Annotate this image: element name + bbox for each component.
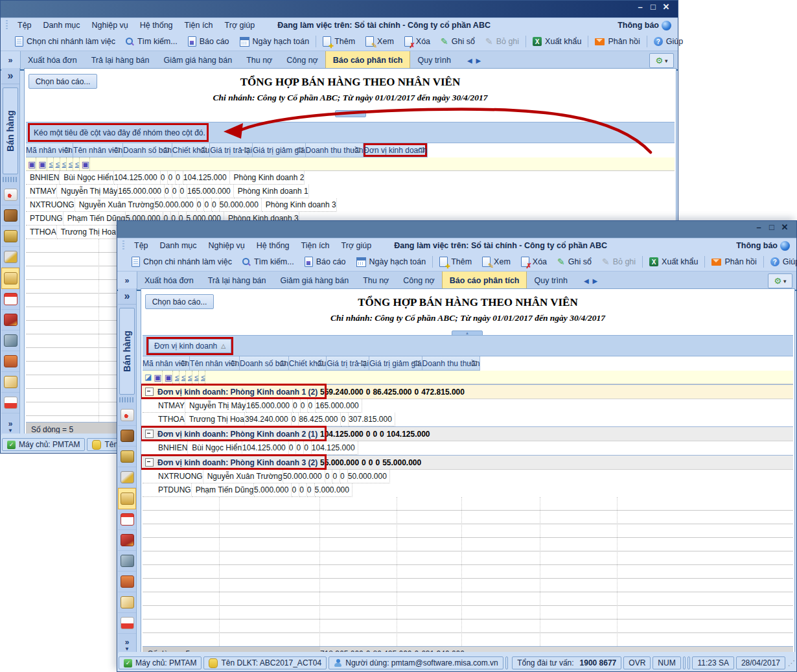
lte-operator-icon[interactable]: ≤ [49, 160, 53, 168]
pin-icon[interactable] [244, 148, 249, 152]
menu-nghiep-vu[interactable]: Nghiệp vụ [86, 19, 134, 31]
tab-cong-no[interactable]: Công nợ [279, 51, 325, 69]
menu-tro-giup[interactable]: Trợ giúp [336, 240, 378, 251]
tab-cong-no[interactable]: Công nợ [396, 272, 442, 290]
filter-cell[interactable]: ▣ [80, 157, 90, 170]
feedback-button[interactable]: Phản hồi [590, 37, 645, 46]
pin-icon[interactable] [297, 148, 303, 152]
pin-icon[interactable] [419, 148, 424, 152]
filter-cell[interactable]: ≤ [173, 371, 179, 384]
pin-icon[interactable] [181, 361, 187, 365]
table-row[interactable]: NTMAYNguyễn Thị Mây165.000.000000165.000… [143, 399, 793, 413]
resize-grip-icon[interactable]: ⋰ [788, 659, 795, 667]
pin-icon[interactable] [361, 361, 366, 365]
table-row[interactable]: NXTRUONGNguyễn Xuân Trường50.000.0000005… [26, 198, 675, 212]
pin-icon[interactable] [472, 361, 477, 365]
inventory-icon[interactable] [118, 530, 136, 551]
purchasing-icon[interactable] [118, 467, 136, 488]
lte-operator-icon[interactable]: ≤ [56, 160, 60, 168]
pin-icon[interactable] [202, 148, 207, 152]
calendar-report-icon[interactable] [1, 185, 19, 205]
collapse-group-icon[interactable] [145, 388, 154, 396]
checkbox-filter-icon[interactable]: ▣ [154, 373, 161, 382]
tab-tra-lai-hang-ban[interactable]: Trả lại hàng bán [84, 51, 157, 69]
notification-label[interactable]: Thông báo [736, 241, 778, 250]
pin-icon[interactable] [231, 361, 237, 365]
pin-icon[interactable] [318, 361, 323, 365]
settings-dropdown[interactable]: ⚙▾ [768, 273, 792, 288]
choose-report-button[interactable]: Chọn báo cáo... [145, 294, 214, 309]
column-header-ten-nhan-vien[interactable]: Tên nhân viên [190, 356, 240, 371]
column-header-doanh-thu-thuan[interactable]: Doanh thu thuần [306, 143, 364, 157]
table-row[interactable]: PTDUNGPhạm Tiến Dũng5.000.0000005.000.00… [143, 483, 793, 497]
sidebar-more-button[interactable]: »▼ [1, 421, 19, 434]
filter-cell[interactable]: ▣ [26, 157, 36, 170]
group-field-chip[interactable]: Đơn vị kinh doanh△ [148, 339, 231, 353]
view-button[interactable]: Xem [360, 36, 399, 47]
tab-xuat-hoa-don[interactable]: Xuất hóa đơn [21, 51, 84, 69]
menu-danh-muc[interactable]: Danh mục [38, 19, 86, 31]
column-header-ma-nhan-vien[interactable]: Mã nhân viên [26, 143, 73, 157]
collapse-sidebar-button[interactable]: » [1, 51, 21, 69]
checkbox-filter-icon[interactable]: ▣ [82, 160, 89, 168]
choose-report-button[interactable]: Chọn báo cáo... [29, 74, 97, 89]
search-button[interactable]: Tìm kiếm... [237, 257, 299, 266]
loan-document-icon[interactable] [1, 372, 19, 393]
splitter-handle[interactable]: ▲ [335, 110, 366, 117]
cash-management-icon[interactable] [1, 205, 19, 226]
minimize-button[interactable]: – [752, 223, 765, 232]
menu-nghiep-vu[interactable]: Nghiệp vụ [203, 240, 251, 251]
tab-xuat-hoa-don[interactable]: Xuất hóa đơn [137, 272, 201, 290]
pin-icon[interactable] [164, 148, 169, 152]
sidebar-expand-button[interactable]: » [118, 288, 136, 305]
filter-corner-icon[interactable]: ◪ [144, 373, 152, 381]
posting-date-button[interactable]: Ngày hạch toán [235, 37, 315, 47]
calendar-report-icon[interactable] [118, 405, 136, 426]
report-button[interactable]: Báo cáo [183, 36, 235, 47]
tab-scroll-left-icon[interactable]: ◀ [584, 277, 589, 284]
filter-cell[interactable]: ≤ [179, 371, 186, 384]
menu-danh-muc[interactable]: Danh mục [154, 240, 203, 251]
tab-giam-gia-hang-ban[interactable]: Giảm giá hàng bán [273, 272, 356, 290]
tab-bao-cao-phan-tich[interactable]: Báo cáo phân tích [442, 272, 527, 290]
purchasing-icon[interactable] [1, 247, 19, 268]
tab-bao-cao-phan-tich[interactable]: Báo cáo phân tích [325, 51, 411, 69]
tab-thu-no[interactable]: Thu nợ [239, 51, 279, 69]
table-row[interactable]: NTMAYNguyễn Thị Mây165.000.000000165.000… [26, 185, 675, 198]
filter-cell[interactable]: ≤ [67, 157, 73, 170]
posting-date-button[interactable]: Ngày hạch toán [351, 257, 432, 267]
menu-tep[interactable]: Tệp [12, 19, 38, 31]
pin-icon[interactable] [65, 148, 70, 152]
column-header-doanh-so-ban[interactable]: Doanh số bán [240, 356, 289, 371]
column-header-ma-nhan-vien[interactable]: Mã nhân viên [143, 356, 190, 371]
sidebar-tab-ban-hang[interactable]: Bán hàng [3, 87, 18, 174]
export-button[interactable]: XXuất khẩu [527, 37, 586, 46]
fixed-assets-icon[interactable] [118, 572, 136, 592]
help-button[interactable]: ?Giúp [649, 37, 688, 46]
tab-thu-no[interactable]: Thu nợ [356, 272, 396, 290]
help-button[interactable]: ?Giúp [765, 257, 797, 266]
sidebar-more-button[interactable]: »▼ [118, 640, 136, 652]
tab-quy-trinh[interactable]: Quy trình [410, 51, 457, 69]
delete-button[interactable]: Xóa [516, 257, 552, 267]
pin-icon[interactable] [115, 148, 120, 152]
filter-cell[interactable]: ◪▣ [143, 371, 163, 384]
checkbox-filter-icon[interactable]: ▣ [165, 373, 172, 382]
invoice-icon[interactable] [118, 509, 136, 530]
table-row[interactable]: BNHIENBùi Ngọc Hiển104.125.000000104.125… [143, 441, 793, 455]
close-button[interactable]: ✕ [778, 223, 791, 232]
lte-operator-icon[interactable]: ≤ [201, 373, 205, 381]
pin-icon[interactable] [414, 361, 419, 365]
choose-branch-button[interactable]: Chọn chi nhánh làm việc [10, 36, 121, 47]
lte-operator-icon[interactable]: ≤ [194, 373, 198, 381]
menu-he-thong[interactable]: Hệ thống [251, 240, 295, 251]
collapse-group-icon[interactable] [145, 458, 154, 467]
filter-cell[interactable]: ≤ [60, 157, 67, 170]
post-button[interactable]: ✎Ghi sổ [552, 257, 597, 266]
tab-scroll-right-icon[interactable]: ▶ [476, 57, 481, 64]
table-row[interactable]: BNHIENBùi Ngọc Hiển104.125.000000104.125… [26, 171, 675, 185]
column-header-chiet-khau[interactable]: Chiết khấu [289, 356, 327, 371]
tab-scroll-left-icon[interactable]: ◀ [467, 57, 472, 64]
tab-tra-lai-hang-ban[interactable]: Trả lại hàng bán [201, 272, 273, 290]
export-button[interactable]: XXuất khẩu [644, 257, 703, 266]
